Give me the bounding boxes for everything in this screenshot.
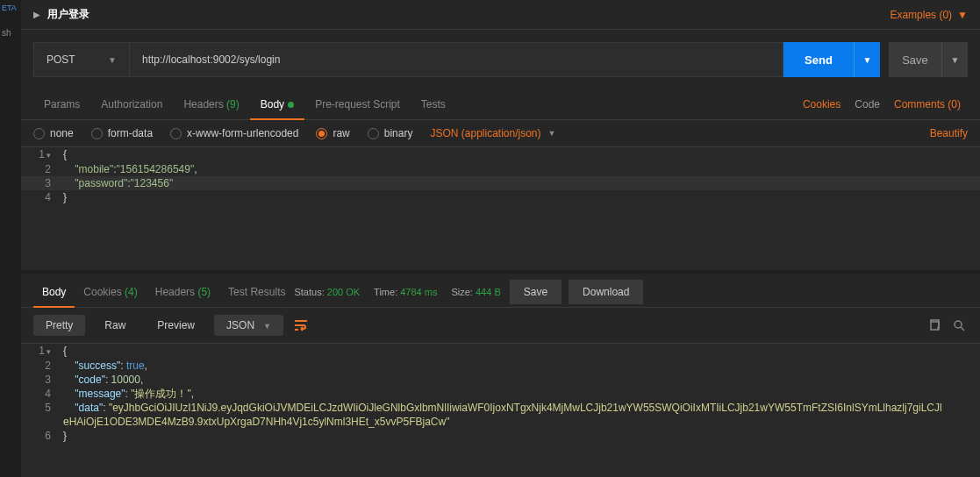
comments-link[interactable]: Comments (0) [887, 89, 968, 119]
view-pretty[interactable]: Pretty [33, 315, 85, 336]
format-select[interactable]: JSON▼ [214, 315, 283, 336]
radio-formdata[interactable]: form-data [91, 127, 153, 139]
code-link[interactable]: Code [848, 89, 887, 119]
chevron-down-icon: ▼ [108, 55, 117, 65]
tab-body[interactable]: Body [250, 89, 304, 119]
chevron-down-icon: ▼ [263, 322, 271, 331]
svg-point-1 [955, 321, 962, 328]
response-tabs: Body Cookies (4) Headers (5) Test Result… [21, 274, 980, 308]
request-name[interactable]: 用户登录 [47, 7, 89, 22]
resp-tab-tests[interactable]: Test Results [219, 277, 294, 307]
url-input[interactable] [130, 42, 783, 77]
request-tabs: Params Authorization Headers (9) Body Pr… [21, 89, 980, 120]
sidebar-left: ETA sh [0, 0, 21, 477]
tab-authorization[interactable]: Authorization [90, 89, 173, 119]
save-button[interactable]: Save [889, 42, 941, 77]
body-type-row: none form-data x-www-form-urlencoded raw… [21, 120, 980, 147]
tab-tests[interactable]: Tests [411, 89, 456, 119]
examples-dropdown[interactable]: Examples (0)▼ [890, 9, 968, 21]
save-dropdown[interactable]: ▼ [941, 42, 968, 77]
wrap-lines-icon[interactable] [290, 315, 311, 336]
request-row: POST▼ Send ▼ Save ▼ [21, 30, 980, 89]
view-preview[interactable]: Preview [145, 315, 207, 336]
radio-raw[interactable]: raw [316, 127, 349, 139]
radio-binary[interactable]: binary [368, 127, 413, 139]
collapse-arrow-icon[interactable]: ▶ [33, 10, 40, 19]
radio-xform[interactable]: x-www-form-urlencoded [170, 127, 298, 139]
chevron-down-icon: ▼ [957, 9, 968, 21]
view-raw[interactable]: Raw [92, 315, 138, 336]
radio-none[interactable]: none [33, 127, 74, 139]
send-button[interactable]: Send [783, 42, 854, 77]
trash-label[interactable]: sh [0, 25, 21, 41]
response-meta: Status: 200 OK Time: 4784 ms Size: 444 B [294, 287, 500, 297]
content-type-select[interactable]: JSON (application/json)▼ [430, 127, 555, 139]
response-body-viewer[interactable]: 1▾{ 2 "success": true, 3 "code": 10000, … [21, 344, 980, 477]
copy-icon[interactable] [926, 317, 943, 334]
request-titlebar: ▶ 用户登录 Examples (0)▼ [21, 0, 980, 30]
chevron-down-icon: ▼ [548, 129, 556, 138]
method-select[interactable]: POST▼ [33, 42, 130, 77]
resp-tab-headers[interactable]: Headers (5) [147, 277, 219, 307]
tab-params[interactable]: Params [33, 89, 90, 119]
save-response-button[interactable]: Save [510, 280, 562, 304]
beta-badge: ETA [0, 0, 21, 16]
resp-tab-body[interactable]: Body [33, 277, 75, 307]
resp-tab-cookies[interactable]: Cookies (4) [75, 277, 146, 307]
response-toolbar: Pretty Raw Preview JSON▼ [21, 308, 980, 344]
send-dropdown[interactable]: ▼ [854, 42, 880, 77]
unsaved-dot-icon [288, 102, 294, 108]
tab-prerequest[interactable]: Pre-request Script [304, 89, 411, 119]
request-body-editor[interactable]: 1▾{ 2 "mobile":"156154286549", 3 "passwo… [21, 147, 980, 270]
search-icon[interactable] [950, 317, 968, 334]
beautify-link[interactable]: Beautify [930, 127, 968, 139]
download-button[interactable]: Download [569, 280, 643, 304]
tab-headers[interactable]: Headers (9) [173, 89, 249, 119]
cookies-link[interactable]: Cookies [796, 89, 848, 119]
